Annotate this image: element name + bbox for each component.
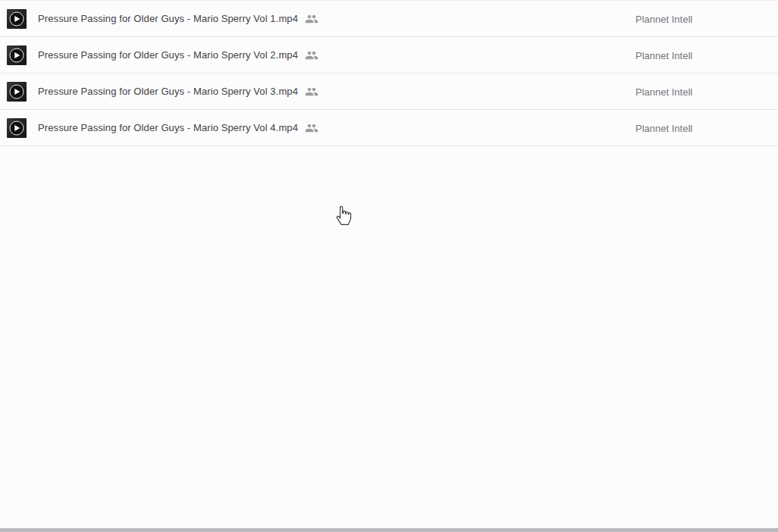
file-row[interactable]: Pressure Passing for Older Guys - Mario … xyxy=(0,37,778,74)
owner-label: Plannet Intell xyxy=(635,37,692,74)
file-list: Pressure Passing for Older Guys - Mario … xyxy=(0,0,778,146)
shared-people-icon xyxy=(305,12,318,26)
shared-people-icon xyxy=(305,85,318,99)
file-row[interactable]: Pressure Passing for Older Guys - Mario … xyxy=(0,110,778,146)
owner-label: Plannet Intell xyxy=(635,74,692,110)
shared-people-icon xyxy=(305,121,318,135)
bottom-scrollbar[interactable] xyxy=(0,528,778,532)
play-triangle-icon xyxy=(14,52,20,58)
video-thumbnail-icon xyxy=(7,82,27,102)
owner-label: Plannet Intell xyxy=(635,1,692,37)
file-row[interactable]: Pressure Passing for Older Guys - Mario … xyxy=(0,74,778,110)
file-name: Pressure Passing for Older Guys - Mario … xyxy=(38,122,298,133)
file-name: Pressure Passing for Older Guys - Mario … xyxy=(38,13,298,24)
file-row[interactable]: Pressure Passing for Older Guys - Mario … xyxy=(0,1,778,37)
hand-pointer-cursor xyxy=(334,204,353,230)
file-name: Pressure Passing for Older Guys - Mario … xyxy=(38,49,298,61)
video-thumbnail-icon xyxy=(7,45,27,65)
play-triangle-icon xyxy=(14,125,20,131)
play-triangle-icon xyxy=(14,89,20,95)
video-thumbnail-icon xyxy=(7,9,27,29)
play-triangle-icon xyxy=(14,16,20,22)
owner-label: Plannet Intell xyxy=(635,110,692,146)
video-thumbnail-icon xyxy=(7,118,27,138)
shared-people-icon xyxy=(305,49,318,62)
file-name: Pressure Passing for Older Guys - Mario … xyxy=(38,86,298,97)
